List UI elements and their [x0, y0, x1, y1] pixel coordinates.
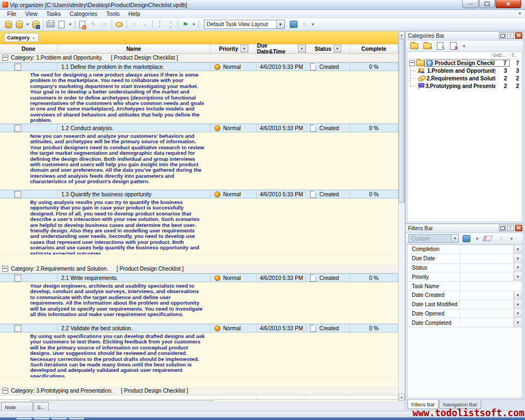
layout-toolbar-overflow-icon[interactable]: ▼ — [311, 22, 315, 26]
status-filter-icon[interactable]: ▼ — [334, 45, 341, 52]
clear-filter-button[interactable] — [482, 233, 493, 244]
filter-value-field[interactable] — [460, 300, 514, 309]
tree-row-category[interactable]: 3.Prototyping and Presentation 2 2 — [407, 82, 522, 90]
filter-dropdown-icon[interactable]: ▼ — [514, 310, 522, 318]
menu-tasks[interactable]: Tasks — [42, 10, 66, 18]
close-panel-button[interactable]: ✕ — [515, 32, 522, 39]
menu-help[interactable]: Help — [124, 10, 145, 18]
category-group-row[interactable]: Category: 2.Requirements and Solution. [… — [0, 265, 398, 273]
open-database-dropdown-icon[interactable]: ▼ — [26, 22, 30, 26]
move-down-button[interactable]: ▼ — [129, 19, 139, 30]
filter-value-field[interactable] — [460, 245, 514, 254]
scrollbar-thumb[interactable] — [399, 39, 405, 203]
view-mode-dropdown-icon[interactable]: ▼ — [192, 22, 196, 26]
new-task-button[interactable] — [77, 19, 88, 30]
filter-dropdown-icon[interactable]: ▼ — [514, 272, 522, 281]
category-group-row[interactable]: Category: 3.Prototyping and Presentation… — [0, 387, 398, 395]
column-header-status[interactable]: Status▼ — [306, 44, 350, 53]
scroll-up-icon[interactable]: ▲ — [399, 31, 405, 38]
collapse-group-icon[interactable] — [2, 388, 8, 394]
filter-value-field[interactable] — [460, 310, 514, 318]
collapse-group-icon[interactable] — [2, 55, 8, 61]
column-header-priority[interactable]: Priority▼ — [211, 44, 257, 53]
add-category-button[interactable]: → — [409, 40, 419, 51]
collapse-group-icon[interactable] — [2, 266, 8, 272]
tree-collapse-icon[interactable] — [409, 60, 415, 66]
tree-row-category[interactable]: 1.Problem and Opportunity. 3 3 — [407, 67, 522, 74]
task-row[interactable]: 1.2 Conduct analysis. Normal 4/6/2010 5:… — [0, 124, 398, 132]
move-top-button[interactable]: ▲▲ — [165, 19, 176, 30]
tree-row-category[interactable]: 2.Requirements and Solution 2 2 — [407, 74, 522, 82]
edit-task-button[interactable]: ✎ — [88, 19, 99, 30]
filters-toolbar-overflow-icon[interactable]: ▼ — [510, 237, 514, 241]
column-header-done[interactable]: Done — [0, 44, 57, 53]
filter-value-field[interactable] — [460, 272, 514, 281]
float-panel-button[interactable] — [499, 32, 506, 39]
undone-column-header[interactable]: UnD... — [491, 52, 510, 58]
filter-dropdown-icon[interactable]: ▼ — [514, 318, 522, 327]
menu-view[interactable]: View — [21, 10, 42, 18]
column-header-due[interactable]: Due Date&Time▼ — [257, 44, 306, 53]
task-done-checkbox[interactable] — [14, 275, 21, 282]
filter-dropdown-icon[interactable]: ▼ — [514, 291, 522, 300]
filter-dropdown-icon[interactable]: ▼ — [514, 245, 522, 254]
tree-row-root[interactable]: Product Design Checklist 7 7 — [407, 59, 522, 67]
move-bottom-button[interactable]: ▼▼ — [154, 19, 165, 30]
filter-value-field[interactable] — [460, 254, 514, 263]
menu-categories[interactable]: Categories — [65, 10, 102, 18]
save-layout-button[interactable] — [288, 19, 299, 30]
float-panel-button[interactable] — [499, 225, 506, 231]
task-row[interactable]: 1.3 Quantify the business opportunity No… — [0, 190, 398, 199]
filter-preset-dropdown-icon[interactable]: ▼ — [451, 235, 458, 242]
task-done-checkbox[interactable] — [14, 325, 21, 332]
layout-combo-dropdown-icon[interactable]: ▼ — [276, 20, 284, 28]
menu-file[interactable]: File — [3, 10, 21, 18]
new-database-button[interactable] — [3, 19, 14, 30]
save-filter-dropdown-icon[interactable]: ▼ — [475, 237, 479, 241]
delete-task-button[interactable]: ✕ — [99, 19, 110, 30]
menu-tools[interactable]: Tools — [102, 10, 124, 18]
task-row[interactable]: 2.1 Write requirements. Normal 4/6/2010 … — [0, 273, 398, 282]
edit-category-button[interactable]: ✎ — [435, 40, 446, 51]
filter-value-field[interactable] — [460, 318, 514, 327]
column-header-name[interactable]: Name — [57, 44, 211, 53]
filter-value-field[interactable] — [460, 282, 522, 290]
filter-value-field[interactable] — [460, 264, 514, 272]
pin-panel-button[interactable]: ⊤ — [507, 32, 514, 39]
task-done-checkbox[interactable] — [14, 63, 21, 71]
delete-filter-button[interactable]: ✕ — [495, 233, 506, 244]
group-by-category-button[interactable]: Category ▲ — [4, 33, 39, 42]
move-up-button[interactable]: ▲ — [139, 19, 150, 30]
task-done-checkbox[interactable] — [14, 191, 21, 198]
category-group-row[interactable]: Category: 1.Problem and Opportunity. [ P… — [0, 54, 398, 62]
close-panel-button[interactable]: ✕ — [515, 225, 522, 231]
grid-scrollbar[interactable]: ▲ ▼ — [398, 31, 405, 401]
close-button[interactable]: ✕ — [495, 0, 521, 8]
pin-panel-button[interactable]: ⊤ — [507, 225, 514, 231]
view-mode-button[interactable]: ⚑ — [180, 19, 191, 30]
filter-preset-combo[interactable]: Custom ▼ — [409, 234, 459, 243]
complete-task-button[interactable] — [114, 19, 125, 30]
open-database-button[interactable] — [14, 19, 25, 30]
total-column-header[interactable]: T... — [510, 52, 522, 58]
categories-toolbar-overflow-icon[interactable]: ▼ — [462, 44, 466, 48]
column-header-complete[interactable]: Complete — [350, 44, 398, 53]
delete-category-button[interactable]: ✕ — [448, 40, 459, 51]
scroll-down-icon[interactable]: ▼ — [399, 394, 405, 401]
minimize-button[interactable]: — — [462, 0, 479, 8]
add-subcategory-button[interactable]: + — [422, 40, 433, 51]
delete-layout-button[interactable]: ✕ — [299, 19, 310, 30]
save-filter-button[interactable] — [461, 233, 472, 244]
print-dropdown-icon[interactable]: ▼ — [68, 22, 72, 26]
filter-dropdown-icon[interactable]: ▼ — [514, 254, 522, 263]
menubar-overflow-icon[interactable]: ▼ — [518, 11, 522, 15]
print-preview-button[interactable] — [56, 19, 67, 30]
priority-filter-icon[interactable]: ▼ — [241, 45, 248, 52]
task-row[interactable]: 1.1 Define the problem in the marketplac… — [0, 62, 398, 71]
task-done-checkbox[interactable] — [14, 125, 21, 132]
layout-combo[interactable]: Default Task View Layout ▼ — [204, 20, 285, 29]
print-button[interactable] — [45, 19, 56, 30]
due-filter-icon[interactable]: ▼ — [298, 45, 306, 52]
filter-value-field[interactable] — [460, 291, 514, 300]
filter-dropdown-icon[interactable]: ▼ — [514, 300, 522, 309]
